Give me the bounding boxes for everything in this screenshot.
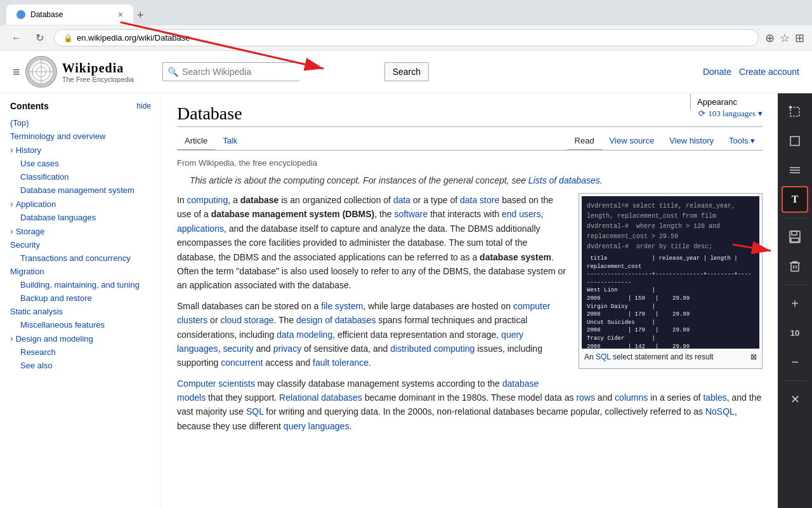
tab-talk[interactable]: Talk: [215, 132, 245, 150]
link-end-users[interactable]: end users: [502, 209, 540, 219]
toc-item-top[interactable]: (Top): [10, 116, 151, 130]
search-icon: 🔍: [167, 67, 178, 77]
tab-article[interactable]: Article: [177, 132, 215, 150]
link-distributed[interactable]: distributed computing: [390, 344, 475, 354]
tab-read[interactable]: Read: [567, 132, 602, 150]
hamburger-button[interactable]: ≡: [13, 65, 20, 79]
link-computer-scientists[interactable]: Computer scientists: [177, 378, 255, 389]
toc-item-research[interactable]: Research: [10, 345, 151, 359]
delete-button[interactable]: [782, 253, 808, 279]
link-relational[interactable]: Relational databases: [279, 392, 362, 403]
toolbar-icons: ⊕ ☆ ⊞: [765, 31, 804, 45]
sql-image: dvdrental=# select title, release_year, …: [582, 196, 759, 349]
svg-rect-12: [792, 231, 797, 235]
link-data-store[interactable]: data store: [460, 195, 499, 205]
article-main: Database ⟳ 103 languages ▾ Article Talk …: [162, 93, 778, 508]
toc-item-backup[interactable]: Backup and restore: [10, 291, 151, 305]
appearance-panel-label: Appearanc: [690, 93, 743, 110]
new-tab-button[interactable]: +: [134, 6, 147, 25]
tab-tools[interactable]: Tools ▾: [721, 132, 763, 150]
toc-item-design[interactable]: Design and modeling: [10, 331, 151, 345]
toc-item-static-analysis[interactable]: Static analysis: [10, 305, 151, 318]
address-bar[interactable]: 🔒 en.wikipedia.org/wiki/Database: [54, 29, 759, 46]
toc-item-storage[interactable]: Storage: [10, 224, 151, 238]
link-concurrent[interactable]: concurrent: [221, 358, 263, 368]
zoom-in-button[interactable]: +: [782, 290, 808, 317]
link-security[interactable]: security: [223, 344, 253, 354]
link-privacy[interactable]: privacy: [273, 344, 301, 354]
lang-chevron: ▾: [758, 109, 763, 119]
link-cloud-storage[interactable]: cloud storage: [220, 315, 273, 325]
expand-icon[interactable]: ⊠: [750, 351, 757, 363]
panel-divider-2: [783, 284, 806, 285]
link-file-system[interactable]: file system: [321, 301, 363, 311]
bookmark-icon[interactable]: ☆: [780, 31, 790, 45]
search-button[interactable]: Search: [384, 62, 429, 81]
link-applications[interactable]: applications: [177, 224, 224, 234]
sql-link[interactable]: SQL: [596, 352, 611, 361]
toc-item-db-languages[interactable]: Database languages: [10, 211, 151, 224]
link-fault-tolerance[interactable]: fault tolerance: [313, 358, 369, 368]
toc-item-terminology[interactable]: Terminology and overview: [10, 130, 151, 143]
toc-item-transactions[interactable]: Transactions and concurrency: [10, 251, 151, 265]
toc-item-see-also[interactable]: See also: [10, 359, 151, 372]
sql-image-box: dvdrental=# select title, release_year, …: [579, 193, 763, 369]
close-panel-button[interactable]: ✕: [782, 386, 808, 413]
select-square-button[interactable]: [782, 128, 808, 154]
list-button[interactable]: [782, 157, 808, 184]
toc-item-classification[interactable]: Classification: [10, 170, 151, 184]
toc-item-building[interactable]: Building, maintaining, and tuning: [10, 278, 151, 291]
note-text: This article is about the computing conc…: [190, 175, 603, 185]
extensions-icon[interactable]: ⊞: [795, 31, 804, 45]
link-sql[interactable]: SQL: [246, 406, 264, 417]
wiki-header-right: Donate Create account: [703, 67, 799, 77]
wiki-logo-text: Wikipedia The Free Encyclopedia: [62, 61, 134, 83]
active-tab[interactable]: Database ×: [6, 4, 133, 25]
article-body: dvdrental=# select title, release_year, …: [177, 193, 763, 433]
zoom-level-display: 10: [782, 319, 808, 346]
toc-item-dbms[interactable]: Database management system: [10, 184, 151, 197]
toc-item-application[interactable]: Application: [10, 197, 151, 211]
toc-item-misc[interactable]: Miscellaneous features: [10, 318, 151, 331]
url-text: en.wikipedia.org/wiki/Database: [77, 33, 190, 43]
create-account-link[interactable]: Create account: [739, 67, 799, 77]
link-computing[interactable]: computing: [187, 195, 228, 205]
link-data-modeling[interactable]: data modeling: [277, 330, 332, 340]
search-wrap: 🔍: [162, 62, 384, 81]
tab-view-history[interactable]: View history: [662, 132, 721, 150]
toc-item-migration[interactable]: Migration: [10, 265, 151, 278]
toc-item-use-cases[interactable]: Use cases: [10, 157, 151, 170]
contents-title: Contents: [10, 101, 49, 111]
link-rows[interactable]: rows: [576, 392, 595, 403]
translate-icon[interactable]: ⊕: [765, 31, 775, 45]
article-tab-right: Read View source View history Tools ▾: [567, 132, 763, 150]
tab-title: Database: [30, 10, 113, 19]
text-button[interactable]: T: [782, 186, 808, 213]
hide-toc-button[interactable]: hide: [136, 102, 151, 110]
link-query-languages-2[interactable]: query languages: [284, 421, 350, 431]
site-name: Wikipedia: [62, 61, 134, 76]
svg-point-6: [790, 107, 792, 109]
link-nosql[interactable]: NoSQL: [705, 406, 735, 417]
select-rect-button[interactable]: [782, 98, 808, 125]
link-software[interactable]: software: [394, 209, 428, 219]
svg-rect-5: [790, 107, 799, 116]
tab-close-button[interactable]: ×: [118, 10, 123, 20]
link-design[interactable]: design of databases: [296, 315, 376, 325]
link-tables[interactable]: tables: [703, 392, 726, 403]
zoom-out-button[interactable]: −: [782, 349, 808, 375]
save-button[interactable]: [782, 224, 808, 250]
refresh-button[interactable]: ↻: [32, 29, 48, 46]
toc-item-history[interactable]: History: [10, 143, 151, 157]
donate-link[interactable]: Donate: [703, 67, 731, 77]
table-of-contents: Contents hide (Top) Terminology and over…: [0, 93, 162, 508]
link-data[interactable]: data: [393, 195, 410, 205]
back-button[interactable]: ←: [8, 30, 25, 46]
tab-view-source[interactable]: View source: [602, 132, 662, 150]
note-link[interactable]: Lists of databases: [528, 175, 600, 185]
link-columns[interactable]: columns: [615, 392, 648, 403]
tab-favicon: [16, 10, 25, 19]
browser-toolbar: ← ↻ 🔒 en.wikipedia.org/wiki/Database ⊕ ☆…: [0, 25, 812, 51]
toc-item-security[interactable]: Security: [10, 238, 151, 251]
search-input[interactable]: [162, 62, 299, 81]
